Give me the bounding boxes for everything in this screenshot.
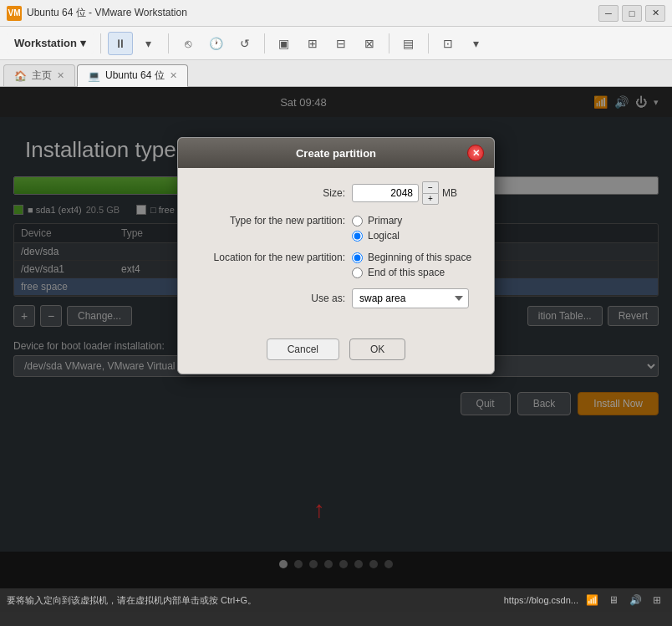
- view-button[interactable]: ⊡: [435, 32, 461, 55]
- window-controls: ─ □ ✕: [598, 5, 665, 22]
- workstation-menu-button[interactable]: Workstation ▾: [7, 33, 94, 53]
- tab-ubuntu-label: Ubuntu 64 位: [105, 69, 165, 83]
- size-input[interactable]: [352, 184, 419, 202]
- tab-ubuntu-close[interactable]: ✕: [170, 70, 177, 81]
- type-logical-option[interactable]: Logical: [352, 230, 402, 242]
- partition-type-row: Type for the new partition: Primary Logi…: [195, 215, 477, 242]
- status-bar: 要将输入定向到该虚拟机，请在虚拟机内部单击或按 Ctrl+G。 https://…: [0, 588, 672, 612]
- size-label: Size:: [195, 187, 345, 199]
- modal-overlay: Create partition ✕ Size: − + MB: [0, 87, 672, 588]
- vm-screen[interactable]: Sat 09:48 📶 🔊 ⏻ ▾ Installation type ■ sd…: [0, 87, 672, 588]
- app-icon: VM: [7, 6, 22, 21]
- ok-button[interactable]: OK: [349, 338, 405, 360]
- partition-location-row: Location for the new partition: Beginnin…: [195, 252, 477, 278]
- console-button[interactable]: ▤: [396, 32, 421, 55]
- close-button[interactable]: ✕: [645, 5, 665, 22]
- status-text: 要将输入定向到该虚拟机，请在虚拟机内部单击或按 Ctrl+G。: [7, 594, 257, 607]
- modal-title: Create partition: [205, 147, 467, 160]
- window-title: Ubuntu 64 位 - VMware Workstation: [27, 6, 598, 20]
- size-stepper: − +: [422, 181, 439, 205]
- size-unit: MB: [442, 187, 457, 199]
- size-minus-button[interactable]: −: [422, 181, 439, 193]
- toolbar-divider-3: [264, 33, 265, 53]
- location-beginning-label: Beginning of this space: [368, 252, 471, 263]
- unity-button[interactable]: ⊟: [328, 32, 354, 55]
- tab-home-label: 主页: [32, 69, 52, 83]
- type-logical-radio[interactable]: [352, 231, 363, 242]
- modal-close-button[interactable]: ✕: [467, 145, 484, 161]
- location-beginning-radio[interactable]: [352, 252, 363, 263]
- cancel-button[interactable]: Cancel: [267, 338, 339, 360]
- toolbar-dropdown-1[interactable]: ▾: [136, 32, 161, 55]
- type-primary-radio[interactable]: [352, 216, 363, 226]
- modal-footer: Cancel OK: [178, 332, 494, 374]
- status-right: https://blog.csdn... 📶 🖥 🔊 ⊞: [504, 592, 665, 608]
- status-url: https://blog.csdn...: [504, 595, 578, 605]
- location-label: Location for the new partition:: [195, 252, 345, 263]
- workstation-label: Workstation: [14, 37, 77, 49]
- dropdown-arrow-icon: ▾: [80, 37, 86, 49]
- tabs-bar: 🏠 主页 ✕ 💻 Ubuntu 64 位 ✕: [0, 60, 672, 87]
- toolbar: Workstation ▾ ⏸ ▾ ⎋ 🕐 ↺ ▣ ⊞ ⊟ ⊠ ▤ ⊡ ▾: [0, 27, 672, 60]
- full-screen-button[interactable]: ⊞: [300, 32, 325, 55]
- location-radio-group: Beginning of this space End of this spac…: [352, 252, 471, 278]
- maximize-button[interactable]: □: [622, 5, 642, 22]
- size-input-group: − + MB: [352, 181, 457, 205]
- create-partition-modal: Create partition ✕ Size: − + MB: [177, 137, 495, 374]
- size-plus-button[interactable]: +: [422, 193, 439, 205]
- tab-home[interactable]: 🏠 主页 ✕: [3, 64, 75, 86]
- usb-status-icon: ⊞: [649, 592, 665, 608]
- display-status-icon: 🖥: [605, 592, 622, 608]
- vm-settings-button[interactable]: ▣: [272, 32, 297, 55]
- toolbar-divider-2: [168, 33, 169, 53]
- title-bar: VM Ubuntu 64 位 - VMware Workstation ─ □ …: [0, 0, 672, 27]
- audio-status-icon: 🔊: [627, 592, 644, 608]
- revert-snapshot-button[interactable]: ↺: [232, 32, 257, 55]
- toolbar-divider-4: [389, 33, 389, 53]
- stretch-button[interactable]: ⊠: [357, 32, 382, 55]
- location-end-option[interactable]: End of this space: [352, 267, 471, 278]
- size-row: Size: − + MB: [195, 181, 477, 205]
- tab-home-close[interactable]: ✕: [57, 70, 64, 81]
- modal-titlebar: Create partition ✕: [178, 138, 494, 168]
- use-as-select[interactable]: swap area ext4 ext3 ext2 btrfs do not us…: [352, 288, 469, 308]
- use-as-label: Use as:: [195, 293, 345, 304]
- use-as-row: Use as: swap area ext4 ext3 ext2 btrfs d…: [195, 288, 477, 308]
- home-icon: 🏠: [14, 70, 27, 82]
- type-primary-label: Primary: [368, 215, 402, 226]
- minimize-button[interactable]: ─: [598, 5, 619, 22]
- location-end-label: End of this space: [368, 267, 445, 278]
- location-end-radio[interactable]: [352, 267, 363, 278]
- type-label: Type for the new partition:: [195, 215, 345, 226]
- toolbar-divider-5: [428, 33, 429, 53]
- network-status-icon: 📶: [583, 592, 600, 608]
- snapshot-button[interactable]: 🕐: [204, 32, 229, 55]
- modal-body: Size: − + MB Type for the new partition:: [178, 168, 494, 332]
- send-ctrl-alt-del-button[interactable]: ⎋: [176, 32, 201, 55]
- tab-ubuntu[interactable]: 💻 Ubuntu 64 位 ✕: [77, 64, 188, 87]
- toolbar-divider-1: [100, 33, 101, 53]
- toolbar-dropdown-2[interactable]: ▾: [464, 32, 489, 55]
- location-beginning-option[interactable]: Beginning of this space: [352, 252, 471, 263]
- type-logical-label: Logical: [368, 230, 400, 242]
- pause-button[interactable]: ⏸: [108, 32, 133, 55]
- type-primary-option[interactable]: Primary: [352, 215, 402, 226]
- vm-icon: 💻: [88, 70, 100, 82]
- type-radio-group: Primary Logical: [352, 215, 402, 242]
